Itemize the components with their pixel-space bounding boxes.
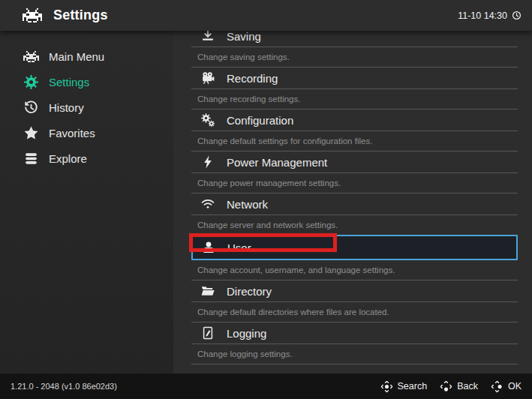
invader-icon <box>23 48 39 64</box>
sidebar-item-explore[interactable]: Explore <box>0 146 173 171</box>
settings-list: Saving Change saving settings. Recording… <box>173 0 532 374</box>
entry-label: User <box>227 242 251 254</box>
log-icon <box>200 326 215 340</box>
hint-label: Search <box>398 381 428 392</box>
hint-search[interactable]: Search <box>380 380 428 393</box>
gear-icon <box>23 74 39 90</box>
entry-sublabel: Change default directories where files a… <box>191 302 518 322</box>
clock-icon <box>511 10 522 21</box>
sidebar-item-label: History <box>49 101 84 114</box>
gamepad-center-button-icon <box>380 380 393 393</box>
sidebar-item-label: Favorites <box>49 127 95 140</box>
sidebar: Main Menu Settings <box>0 31 173 374</box>
gamepad-bottom-button-icon <box>440 380 452 393</box>
entry-label: Power Management <box>227 156 327 169</box>
entry-label: Configuration <box>227 114 293 127</box>
entry-sublabel: Change power management settings. <box>191 173 518 193</box>
sidebar-item-main-menu[interactable]: Main Menu <box>0 44 173 69</box>
version-text: 1.21.0 - 2048 (v1.0 86e02d3) <box>11 382 117 391</box>
entry-sublabel: Change default settings for configuratio… <box>191 131 518 151</box>
star-icon <box>23 124 39 141</box>
entry-label: Logging <box>227 327 266 340</box>
sidebar-item-favorites[interactable]: Favorites <box>0 120 173 146</box>
gamepad-right-button-icon <box>491 380 503 393</box>
sidebar-item-history[interactable]: History <box>0 94 173 120</box>
entry-sublabel: Change saving settings. <box>191 47 518 67</box>
gears-icon <box>200 112 215 128</box>
entry-sublabel: Change recording settings. <box>191 89 518 109</box>
hint-label: Back <box>457 381 478 392</box>
entry-power-management[interactable]: Power Management <box>191 152 518 172</box>
history-icon <box>23 99 39 116</box>
entry-recording[interactable]: Recording <box>191 68 518 88</box>
bolt-icon <box>200 154 215 170</box>
entry-logging[interactable]: Logging <box>191 322 518 344</box>
entry-configuration[interactable]: Configuration <box>191 110 518 130</box>
entry-label: Network <box>227 198 268 211</box>
entry-user-selected[interactable]: User <box>191 235 518 260</box>
retroarch-invader-icon <box>23 8 42 22</box>
hint-back[interactable]: Back <box>440 380 478 393</box>
sidebar-item-label: Main Menu <box>49 50 104 63</box>
hint-ok[interactable]: OK <box>491 380 521 393</box>
sidebar-item-label: Settings <box>49 76 89 88</box>
entry-network[interactable]: Network <box>191 194 518 214</box>
header-bar: Settings 11-10 14:30 <box>0 0 532 31</box>
entry-label: Recording <box>227 72 278 85</box>
sidebar-item-label: Explore <box>49 152 87 165</box>
camera-icon <box>200 70 215 86</box>
sidebar-item-settings[interactable]: Settings <box>0 69 173 94</box>
footer-bar: 1.21.0 - 2048 (v1.0 86e02d3) Search <box>0 374 532 399</box>
hint-label: OK <box>508 381 521 392</box>
user-icon <box>201 240 216 255</box>
entry-label: Saving <box>227 30 261 43</box>
entry-sublabel: Change server and network settings. <box>191 215 518 235</box>
page-title: Settings <box>53 8 108 23</box>
entry-directory[interactable]: Directory <box>191 280 518 302</box>
save-icon <box>200 28 215 44</box>
entry-sublabel: Change account, username, and language s… <box>191 260 518 280</box>
divider <box>191 364 518 364</box>
stack-icon <box>23 150 39 166</box>
entry-sublabel: Change logging settings. <box>191 344 518 364</box>
wifi-icon <box>200 196 215 212</box>
folder-icon <box>200 284 215 298</box>
clock-text: 11-10 14:30 <box>458 10 507 21</box>
entry-label: Directory <box>227 285 272 298</box>
